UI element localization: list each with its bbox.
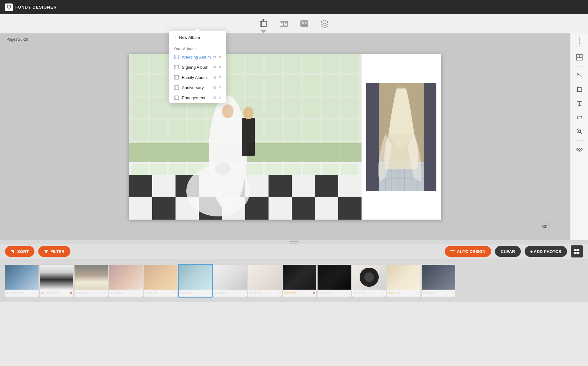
album-actions-engagement: ⧉ ✕ bbox=[213, 95, 221, 100]
book-icon-2: 📖 bbox=[41, 291, 45, 295]
photo-thumb-5[interactable]: ★ ★ ★ ★ ★ ♡ bbox=[144, 265, 177, 297]
album-name-anniversary: Anniversary bbox=[182, 85, 211, 90]
plus-icon: + bbox=[174, 34, 176, 40]
album-name-signing: Signing Album bbox=[182, 65, 211, 70]
your-albums-heading: Your Albums bbox=[169, 44, 226, 52]
page-label: Pages 25-26 bbox=[6, 37, 28, 42]
stars-3: ★ ★ ★ ★ ★ bbox=[76, 292, 88, 294]
photo-thumb-7[interactable]: ★ ★ ★ ★ ★ ♡ bbox=[213, 265, 247, 297]
filter-button[interactable]: FILTER bbox=[38, 246, 70, 257]
album-copy-family[interactable]: ⧉ bbox=[213, 75, 216, 80]
thumb-footer-10: ★ ★ ★ ★ ★ ♡ bbox=[318, 290, 351, 297]
tool-album[interactable] bbox=[258, 19, 269, 29]
album-delete-anniversary[interactable]: ✕ bbox=[218, 85, 221, 90]
stars-12: ★ ★ ★ ★ ★ bbox=[388, 292, 401, 294]
add-photos-button[interactable]: + ADD PHOTOS bbox=[525, 246, 567, 257]
thumb-footer-9: ★ ★ ★ ★ ★ ♥ bbox=[283, 290, 316, 297]
main-toolbar bbox=[0, 14, 588, 33]
photo-thumb-1[interactable]: 📖 ★ ★ ★ ★ ★ ♡ bbox=[5, 265, 39, 297]
grid-view-button[interactable] bbox=[571, 245, 583, 257]
svg-rect-39 bbox=[269, 175, 292, 197]
heart-1: ♡ bbox=[34, 291, 37, 295]
thumb-footer-13: ★ ★ ★ ★ ★ ♡ bbox=[422, 290, 455, 297]
photo-thumb-11[interactable]: ★ ★ ★ ★ ★ ♡ bbox=[352, 265, 386, 297]
thumb-footer-12: ★ ★ ★ ★ ★ ♡ bbox=[387, 290, 420, 297]
album-actions-signing: ⧉ ✕ bbox=[213, 65, 221, 69]
album-delete-signing[interactable]: ✕ bbox=[218, 65, 221, 69]
auto-design-button[interactable]: AUTO DESIGN bbox=[445, 246, 491, 257]
album-copy-anniversary[interactable]: ⧉ bbox=[213, 85, 216, 90]
auto-design-label: AUTO DESIGN bbox=[457, 249, 485, 254]
tool-compare[interactable] bbox=[279, 19, 289, 29]
new-album-button[interactable]: + New Album bbox=[169, 31, 226, 44]
left-page[interactable] bbox=[129, 54, 362, 220]
photo-thumb-2[interactable]: 📖 ★ ★ ★ ★ ★ ♥ bbox=[40, 265, 73, 297]
photo-thumb-9[interactable]: ★ ★ ★ ★ ★ ♥ bbox=[283, 265, 316, 297]
canvas-area: Pages 25-26 bbox=[0, 33, 570, 240]
album-item-wedding[interactable]: Wedding Album ⧉ ✕ bbox=[169, 52, 226, 62]
sort-label: SORT bbox=[17, 249, 29, 254]
right-page[interactable] bbox=[362, 54, 441, 220]
svg-rect-41 bbox=[152, 197, 176, 220]
tool-layers[interactable] bbox=[319, 19, 330, 29]
sort-button[interactable]: SORT bbox=[5, 246, 34, 257]
heart-9: ♥ bbox=[313, 291, 315, 295]
album-copy-engagement[interactable]: ⧉ bbox=[213, 95, 216, 100]
svg-rect-89 bbox=[577, 252, 579, 254]
thumb-footer-7: ★ ★ ★ ★ ★ ♡ bbox=[213, 290, 247, 297]
clear-label: CLEAR bbox=[501, 249, 515, 254]
album-item-anniversary[interactable]: Anniversary ⧉ ✕ bbox=[169, 82, 226, 93]
album-dropdown: + New Album Your Albums Wedding Album ⧉ … bbox=[169, 30, 226, 103]
tool-proof[interactable] bbox=[299, 19, 309, 29]
album-item-engagement[interactable]: Engagement ⧉ ✕ bbox=[169, 93, 226, 103]
svg-rect-86 bbox=[574, 249, 577, 251]
tool-layouts[interactable] bbox=[573, 51, 586, 64]
photo-thumb-4[interactable]: ★ ★ ★ ★ ★ ♡ bbox=[109, 265, 143, 297]
photo-thumb-13[interactable]: ★ ★ ★ ★ ★ ♡ bbox=[422, 265, 455, 297]
photo-thumb-12[interactable]: ★ ★ ★ ★ ★ ♡ bbox=[387, 265, 420, 297]
album-delete-family[interactable]: ✕ bbox=[218, 75, 221, 80]
photo-thumb-6[interactable]: ★ ★ ★ ★ ★ ♡ bbox=[179, 265, 212, 297]
photo-thumb-8[interactable]: ★ ★ ★ ★ ★ ♡ bbox=[248, 265, 282, 297]
right-sidebar: Layouts bbox=[570, 33, 588, 240]
tool-swap[interactable] bbox=[573, 111, 586, 124]
album-name-wedding: Wedding Album bbox=[182, 55, 211, 60]
heart-5: ♡ bbox=[173, 291, 176, 295]
album-icon-signing bbox=[174, 64, 179, 70]
sidebar-divider-2 bbox=[575, 140, 584, 141]
tool-crop[interactable] bbox=[573, 83, 586, 96]
album-copy-wedding[interactable]: ⧉ bbox=[213, 55, 216, 59]
stars-11: ★ ★ ★ ★ ★ bbox=[354, 292, 366, 294]
tool-zoom[interactable] bbox=[573, 125, 586, 138]
filter-label: FILTER bbox=[50, 249, 65, 254]
sidebar-divider-1 bbox=[575, 66, 584, 67]
thumb-footer-6: ★ ★ ★ ★ ★ ♡ bbox=[179, 290, 212, 297]
panel-drag-handle[interactable] bbox=[0, 240, 588, 244]
preview-button[interactable] bbox=[540, 221, 550, 231]
tool-magic-wand[interactable] bbox=[573, 69, 586, 82]
svg-point-69 bbox=[544, 226, 546, 227]
album-item-family[interactable]: Family Album ⧉ ✕ bbox=[169, 72, 226, 82]
clear-button[interactable]: CLEAR bbox=[495, 246, 521, 257]
photo-thumb-3[interactable]: ★ ★ ★ ★ ★ ♡ bbox=[75, 265, 108, 297]
album-item-signing[interactable]: Signing Album ⧉ ✕ bbox=[169, 62, 226, 72]
stars-8: ★ ★ ★ ★ ★ bbox=[249, 292, 262, 294]
tool-text[interactable] bbox=[573, 97, 586, 110]
heart-12: ♡ bbox=[416, 291, 419, 295]
album-copy-signing[interactable]: ⧉ bbox=[213, 65, 216, 69]
album-delete-engagement[interactable]: ✕ bbox=[218, 95, 221, 100]
photo-thumb-10[interactable]: ★ ★ ★ ★ ★ ♡ bbox=[318, 265, 351, 297]
heart-8: ♡ bbox=[277, 291, 280, 295]
album-delete-wedding[interactable]: ✕ bbox=[218, 55, 221, 59]
svg-line-73 bbox=[580, 75, 582, 78]
thumb-footer-3: ★ ★ ★ ★ ★ ♡ bbox=[75, 290, 108, 297]
album-actions-wedding: ⧉ ✕ bbox=[213, 55, 221, 59]
stars-2: ★ ★ ★ ★ ★ bbox=[46, 292, 59, 294]
thumb-footer-11: ★ ★ ★ ★ ★ ♡ bbox=[352, 290, 386, 297]
svg-point-47 bbox=[222, 104, 233, 118]
svg-rect-87 bbox=[577, 249, 579, 251]
photo-strip: 📖 ★ ★ ★ ★ ★ ♡ 📖 ★ ★ ★ bbox=[0, 259, 588, 302]
toolbar-icons bbox=[258, 19, 330, 29]
layouts-label: Layouts bbox=[578, 36, 581, 48]
tool-preview[interactable] bbox=[573, 143, 586, 156]
